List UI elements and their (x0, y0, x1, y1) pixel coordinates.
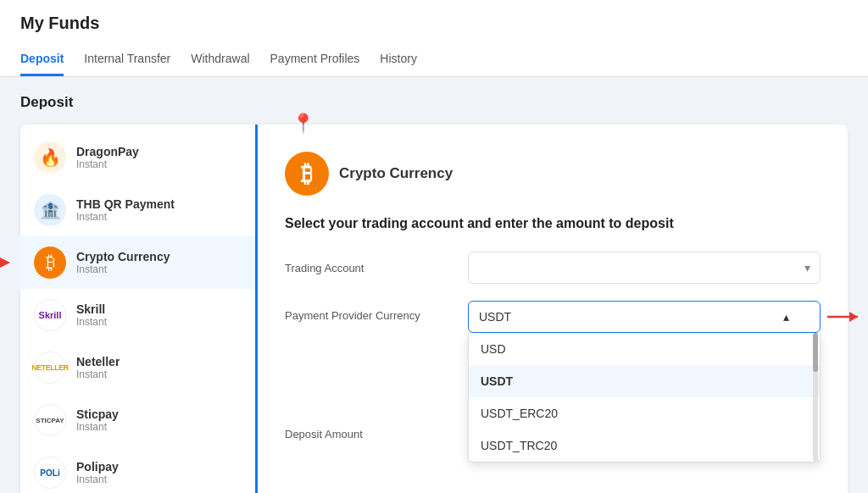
dragonpay-name: DragonPay (76, 145, 139, 158)
neteller-type: Instant (76, 368, 120, 380)
tab-deposit[interactable]: Deposit (20, 43, 64, 76)
payment-currency-control: USDT ▴ USD USDT USDT_ERC20 USDT_TRC20 (468, 301, 821, 333)
crypto-type: Instant (76, 263, 170, 275)
crypto-icon: ₿ (34, 246, 66, 279)
payment-item-skrill[interactable]: Skrill Skrill Instant (18, 289, 255, 341)
currency-select-display[interactable]: USDT ▴ (468, 301, 821, 333)
currency-option-usdt-trc20[interactable]: USDT_TRC20 (469, 429, 820, 462)
sticpay-type: Instant (76, 421, 119, 433)
payment-item-thb[interactable]: 🏦 THB QR Payment Instant (18, 184, 255, 236)
sticpay-name: Sticpay (76, 407, 119, 421)
dropdown-scrollbar[interactable] (813, 333, 818, 462)
polipay-type: Instant (76, 474, 119, 485)
location-pin-icon: 📍 (292, 113, 314, 135)
thb-type: Instant (76, 211, 175, 223)
currency-selected-value: USDT (479, 310, 511, 324)
trading-account-select[interactable] (468, 252, 821, 284)
page-wrapper: My Funds Deposit Internal Transfer Withd… (0, 0, 868, 493)
payment-item-sticpay[interactable]: STICPAY Sticpay Instant (18, 394, 255, 446)
polipay-icon: POLi (34, 457, 66, 489)
payment-item-neteller[interactable]: NETELLER Neteller Instant (18, 341, 255, 394)
dragonpay-type: Instant (76, 158, 139, 170)
deposit-content: 📍 ₿ Crypto Currency Select your trading … (258, 125, 848, 493)
crypto-big-icon: ₿ (285, 152, 329, 196)
header: My Funds Deposit Internal Transfer Withd… (0, 0, 868, 77)
payment-sidebar: 🔥 DragonPay Instant 🏦 THB QR Payment Ins… (20, 125, 258, 493)
dragonpay-icon: 🔥 (34, 141, 66, 174)
crypto-arrow-left (0, 255, 10, 270)
tabs-nav: Deposit Internal Transfer Withdrawal Pay… (20, 43, 848, 76)
skrill-type: Instant (76, 316, 107, 328)
payment-currency-label: Payment Provider Currency (285, 301, 454, 322)
polipay-name: Polipay (76, 460, 119, 474)
currency-option-usdt-erc20[interactable]: USDT_ERC20 (469, 397, 820, 429)
crypto-panel-title: Crypto Currency (339, 165, 453, 182)
dropdown-scrollbar-thumb (813, 333, 818, 372)
tab-payment-profiles[interactable]: Payment Profiles (270, 43, 360, 76)
thb-name: THB QR Payment (76, 197, 175, 211)
trading-account-label: Trading Account (285, 262, 454, 274)
currency-dropdown-list: USD USDT USDT_ERC20 USDT_TRC20 (468, 333, 821, 463)
tab-history[interactable]: History (380, 43, 417, 76)
currency-option-usdt[interactable]: USDT (469, 365, 820, 397)
crypto-header: ₿ Crypto Currency (285, 152, 821, 196)
deposit-instruction: Select your trading account and enter th… (285, 216, 821, 231)
deposit-amount-label: Deposit Amount (285, 428, 454, 440)
trading-account-control: ▾ (468, 252, 821, 284)
payment-item-dragonpay[interactable]: 🔥 DragonPay Instant (18, 131, 255, 184)
currency-option-usd[interactable]: USD (469, 333, 820, 365)
payment-currency-row: Payment Provider Currency USDT ▴ USD USD… (285, 301, 821, 333)
content-area: Deposit 🔥 DragonPay Instant 🏦 THB QR Pay… (0, 77, 868, 493)
sticpay-icon: STICPAY (34, 404, 66, 436)
neteller-icon: NETELLER (34, 352, 66, 384)
payment-item-polipay[interactable]: POLi Polipay Instant (18, 446, 255, 493)
skrill-icon: Skrill (34, 299, 66, 331)
deposit-section-title: Deposit (20, 94, 848, 111)
main-panel: 🔥 DragonPay Instant 🏦 THB QR Payment Ins… (20, 125, 848, 493)
currency-chevron-up-icon: ▴ (783, 310, 789, 324)
crypto-name: Crypto Currency (76, 250, 170, 263)
skrill-name: Skrill (76, 302, 107, 316)
neteller-name: Neteller (76, 355, 120, 368)
page-title: My Funds (20, 14, 848, 33)
payment-item-crypto[interactable]: ₿ Crypto Currency Instant (18, 236, 255, 289)
tab-withdrawal[interactable]: Withdrawal (191, 43, 249, 76)
thb-icon: 🏦 (34, 194, 66, 226)
svg-marker-1 (849, 312, 858, 322)
trading-account-row: Trading Account ▾ (285, 252, 821, 284)
tab-internal-transfer[interactable]: Internal Transfer (84, 43, 170, 76)
currency-arrow-right (826, 309, 860, 327)
